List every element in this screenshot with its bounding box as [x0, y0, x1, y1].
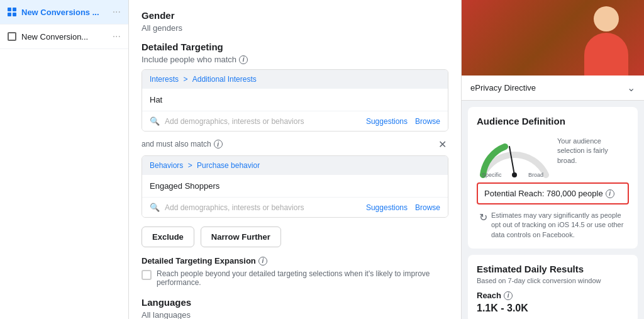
svg-text:Broad: Broad: [528, 172, 543, 178]
sidebar-dots-1[interactable]: ···: [113, 6, 121, 18]
sidebar-dots-2[interactable]: ···: [113, 31, 121, 42]
potential-reach-label: Potential Reach: 780,000 people: [484, 189, 603, 198]
suggestions-link-2[interactable]: Suggestions: [366, 203, 408, 212]
targeting-box-2-header: Behaviors > Purchase behavior: [142, 156, 448, 175]
gender-title: Gender: [142, 10, 448, 21]
purchase-behavior-link[interactable]: Purchase behavior: [197, 161, 260, 170]
daily-results-sub: Based on 7-day click conversion window: [477, 277, 629, 284]
arrow-icon-2: >: [188, 161, 194, 170]
search-links-1: Suggestions Browse: [366, 117, 440, 126]
and-must-text: and must also match i: [142, 140, 223, 148]
potential-reach-box: Potential Reach: 780,000 people i: [477, 182, 629, 204]
browse-link-1[interactable]: Browse: [415, 117, 440, 126]
gauge-note: Your audience selection is fairly broad.: [557, 137, 629, 165]
main-content: Gender All genders Detailed Targeting In…: [129, 0, 462, 319]
arrow-icon-1: >: [183, 75, 189, 84]
svg-point-1: [512, 172, 517, 177]
search-icon-1: 🔍: [150, 116, 160, 126]
person-silhouette: [581, 6, 631, 76]
search-links-2: Suggestions Browse: [366, 203, 440, 212]
sidebar: New Conversions ... ··· New Conversion..…: [0, 0, 129, 319]
audience-title: Audience Definition: [477, 116, 629, 126]
daily-results-title: Estimated Daily Results: [477, 264, 629, 274]
languages-title: Languages: [142, 297, 448, 308]
gauge-svg-container: Specific Broad: [477, 134, 552, 180]
estimate-note: ↻ Estimates may vary significantly as pe…: [477, 211, 629, 240]
chevron-down-icon: ⌄: [627, 82, 635, 94]
expansion-section: Detailed Targeting Expansion i Reach peo…: [142, 256, 448, 287]
search-row-1: 🔍 Add demographics, interests or behavio…: [142, 111, 448, 131]
tag-hat: Hat: [142, 89, 448, 111]
languages-section: Languages All languages: [142, 297, 448, 319]
estimate-note-text: Estimates may vary significantly as peop…: [491, 211, 626, 240]
and-must-label: and must also match: [142, 140, 211, 148]
interests-link[interactable]: Interests: [150, 75, 179, 84]
languages-value: All languages: [142, 310, 448, 319]
reach-info-icon[interactable]: i: [606, 189, 614, 198]
targeting-box-2: Behaviors > Purchase behavior Engaged Sh…: [142, 155, 448, 218]
expansion-label-text: Detailed Targeting Expansion: [142, 256, 256, 266]
targeting-box-1-header: Interests > Additional Interests: [142, 70, 448, 89]
search-placeholder-1[interactable]: Add demographics, interests or behaviors: [165, 117, 361, 126]
behaviors-link[interactable]: Behaviors: [150, 161, 183, 170]
expansion-desc: Reach people beyond your detailed target…: [142, 269, 448, 287]
and-must-row: and must also match i ✕: [142, 138, 448, 150]
exclude-button[interactable]: Exclude: [142, 227, 194, 247]
expansion-desc-text: Reach people beyond your detailed target…: [157, 269, 448, 287]
close-button[interactable]: ✕: [436, 138, 448, 150]
eprivacy-row[interactable]: ePrivacy Directive ⌄: [462, 76, 644, 101]
right-panel: ePrivacy Directive ⌄ Audience Definition…: [462, 0, 644, 319]
gauge-svg: Specific Broad: [477, 134, 552, 178]
person-image: [462, 0, 644, 76]
svg-line-0: [509, 147, 514, 175]
gender-value: All genders: [142, 23, 448, 33]
audience-card: Audience Definition Specific Broad Your …: [468, 107, 638, 249]
grid-icon: [8, 8, 16, 16]
include-label: Include people who match i: [142, 55, 448, 64]
reach-label: Reach i: [477, 291, 629, 300]
and-must-info-icon[interactable]: i: [214, 140, 223, 148]
estimate-icon: ↻: [479, 211, 487, 225]
search-icon-2: 🔍: [150, 203, 160, 212]
additional-interests-link[interactable]: Additional Interests: [192, 75, 257, 84]
detailed-targeting-title: Detailed Targeting: [142, 42, 448, 52]
person-body: [584, 33, 628, 76]
expansion-checkbox[interactable]: [142, 270, 152, 280]
narrow-further-button[interactable]: Narrow Further: [201, 227, 281, 247]
potential-reach-text: Potential Reach: 780,000 people i: [484, 189, 621, 198]
expansion-info-icon[interactable]: i: [258, 257, 267, 266]
sidebar-item-1[interactable]: New Conversions ... ···: [0, 0, 128, 25]
targeting-box-1: Interests > Additional Interests Hat 🔍 A…: [142, 69, 448, 132]
svg-text:Specific: Specific: [482, 172, 502, 178]
daily-results-card: Estimated Daily Results Based on 7-day c…: [468, 255, 638, 319]
sidebar-item-2[interactable]: New Conversion... ···: [0, 25, 128, 49]
sidebar-item-label-2: New Conversion...: [21, 32, 108, 42]
expansion-label: Detailed Targeting Expansion i: [142, 256, 448, 266]
include-label-text: Include people who match: [142, 55, 236, 64]
eprivacy-label: ePrivacy Directive: [470, 83, 536, 92]
reach-value: 1.1K - 3.0K: [477, 303, 629, 314]
sidebar-item-label-1: New Conversions ...: [21, 8, 108, 17]
page-icon: [8, 32, 16, 41]
include-info-icon[interactable]: i: [239, 55, 248, 64]
browse-link-2[interactable]: Browse: [415, 203, 440, 212]
gauge-and-note: Specific Broad Your audience selection i…: [477, 134, 629, 180]
button-row: Exclude Narrow Further: [142, 227, 448, 247]
search-row-2: 🔍 Add demographics, interests or behavio…: [142, 197, 448, 217]
reach-label-text: Reach: [477, 291, 501, 300]
daily-reach-info-icon[interactable]: i: [504, 291, 513, 300]
search-placeholder-2[interactable]: Add demographics, interests or behaviors: [165, 203, 361, 212]
person-head: [594, 6, 619, 31]
tag-engaged: Engaged Shoppers: [142, 175, 448, 197]
suggestions-link-1[interactable]: Suggestions: [366, 117, 408, 126]
